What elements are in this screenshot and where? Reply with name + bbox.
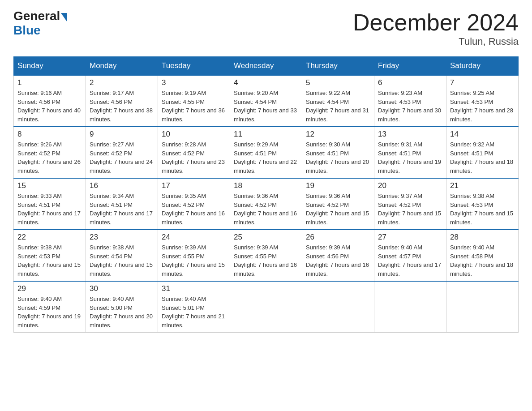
day-info: Sunrise: 9:33 AM Sunset: 4:51 PM Dayligh… (17, 192, 82, 227)
day-number: 12 (306, 130, 370, 139)
calendar-week-row: 29 Sunrise: 9:40 AM Sunset: 4:59 PM Dayl… (14, 281, 519, 333)
table-row: 11 Sunrise: 9:29 AM Sunset: 4:51 PM Dayl… (230, 127, 302, 178)
table-row: 2 Sunrise: 9:17 AM Sunset: 4:56 PM Dayli… (86, 75, 158, 127)
table-row: 16 Sunrise: 9:34 AM Sunset: 4:51 PM Dayl… (86, 178, 158, 230)
day-number: 1 (17, 78, 82, 87)
day-number: 15 (17, 181, 82, 190)
table-row: 23 Sunrise: 9:38 AM Sunset: 4:54 PM Dayl… (86, 230, 158, 281)
day-number: 30 (90, 284, 154, 293)
col-friday: Friday (374, 57, 446, 76)
day-info: Sunrise: 9:37 AM Sunset: 4:52 PM Dayligh… (378, 192, 442, 227)
day-info: Sunrise: 9:25 AM Sunset: 4:53 PM Dayligh… (450, 89, 515, 124)
day-info: Sunrise: 9:38 AM Sunset: 4:54 PM Dayligh… (90, 243, 154, 278)
day-info: Sunrise: 9:40 AM Sunset: 5:01 PM Dayligh… (162, 295, 226, 330)
day-info: Sunrise: 9:40 AM Sunset: 4:59 PM Dayligh… (17, 295, 82, 330)
table-row: 18 Sunrise: 9:36 AM Sunset: 4:52 PM Dayl… (230, 178, 302, 230)
day-info: Sunrise: 9:39 AM Sunset: 4:55 PM Dayligh… (234, 243, 298, 278)
day-number: 11 (234, 130, 298, 139)
day-number: 14 (450, 130, 515, 139)
day-info: Sunrise: 9:17 AM Sunset: 4:56 PM Dayligh… (90, 89, 154, 124)
col-thursday: Thursday (302, 57, 374, 76)
table-row: 15 Sunrise: 9:33 AM Sunset: 4:51 PM Dayl… (14, 178, 86, 230)
day-info: Sunrise: 9:38 AM Sunset: 4:53 PM Dayligh… (450, 192, 515, 227)
day-number: 27 (378, 233, 442, 242)
table-row: 24 Sunrise: 9:39 AM Sunset: 4:55 PM Dayl… (158, 230, 230, 281)
day-number: 24 (162, 233, 226, 242)
day-number: 3 (162, 78, 226, 87)
day-info: Sunrise: 9:36 AM Sunset: 4:52 PM Dayligh… (306, 192, 370, 227)
day-number: 29 (17, 284, 82, 293)
day-number: 25 (234, 233, 298, 242)
day-number: 9 (90, 130, 154, 139)
day-number: 26 (306, 233, 370, 242)
table-row (374, 281, 446, 333)
day-info: Sunrise: 9:19 AM Sunset: 4:55 PM Dayligh… (162, 89, 226, 124)
table-row: 5 Sunrise: 9:22 AM Sunset: 4:54 PM Dayli… (302, 75, 374, 127)
day-info: Sunrise: 9:27 AM Sunset: 4:52 PM Dayligh… (90, 140, 154, 175)
day-number: 7 (450, 78, 515, 87)
day-number: 2 (90, 78, 154, 87)
table-row: 14 Sunrise: 9:32 AM Sunset: 4:51 PM Dayl… (446, 127, 519, 178)
table-row: 27 Sunrise: 9:40 AM Sunset: 4:57 PM Dayl… (374, 230, 446, 281)
day-info: Sunrise: 9:28 AM Sunset: 4:52 PM Dayligh… (162, 140, 226, 175)
table-row: 7 Sunrise: 9:25 AM Sunset: 4:53 PM Dayli… (446, 75, 519, 127)
day-info: Sunrise: 9:20 AM Sunset: 4:54 PM Dayligh… (234, 89, 298, 124)
location-text: Tulun, Russia (353, 36, 519, 47)
calendar-header-row: Sunday Monday Tuesday Wednesday Thursday… (14, 57, 519, 76)
table-row: 25 Sunrise: 9:39 AM Sunset: 4:55 PM Dayl… (230, 230, 302, 281)
day-number: 16 (90, 181, 154, 190)
col-monday: Monday (86, 57, 158, 76)
table-row (302, 281, 374, 333)
calendar-week-row: 15 Sunrise: 9:33 AM Sunset: 4:51 PM Dayl… (14, 178, 519, 230)
month-title: December 2024 (353, 9, 519, 36)
logo-blue-text: Blue (13, 23, 41, 38)
table-row: 31 Sunrise: 9:40 AM Sunset: 5:01 PM Dayl… (158, 281, 230, 333)
page-header: General Blue December 2024 Tulun, Russia (13, 9, 519, 47)
table-row: 19 Sunrise: 9:36 AM Sunset: 4:52 PM Dayl… (302, 178, 374, 230)
table-row (446, 281, 519, 333)
day-number: 13 (378, 130, 442, 139)
day-number: 19 (306, 181, 370, 190)
col-wednesday: Wednesday (230, 57, 302, 76)
title-block: December 2024 Tulun, Russia (353, 9, 519, 47)
day-number: 17 (162, 181, 226, 190)
day-number: 6 (378, 78, 442, 87)
table-row: 10 Sunrise: 9:28 AM Sunset: 4:52 PM Dayl… (158, 127, 230, 178)
table-row: 6 Sunrise: 9:23 AM Sunset: 4:53 PM Dayli… (374, 75, 446, 127)
day-info: Sunrise: 9:22 AM Sunset: 4:54 PM Dayligh… (306, 89, 370, 124)
day-info: Sunrise: 9:38 AM Sunset: 4:53 PM Dayligh… (17, 243, 82, 278)
calendar-week-row: 1 Sunrise: 9:16 AM Sunset: 4:56 PM Dayli… (14, 75, 519, 127)
day-info: Sunrise: 9:36 AM Sunset: 4:52 PM Dayligh… (234, 192, 298, 227)
day-number: 18 (234, 181, 298, 190)
day-number: 28 (450, 233, 515, 242)
table-row: 1 Sunrise: 9:16 AM Sunset: 4:56 PM Dayli… (14, 75, 86, 127)
logo: General Blue (13, 9, 67, 38)
col-saturday: Saturday (446, 57, 519, 76)
day-number: 31 (162, 284, 226, 293)
day-info: Sunrise: 9:31 AM Sunset: 4:51 PM Dayligh… (378, 140, 442, 175)
day-info: Sunrise: 9:40 AM Sunset: 4:58 PM Dayligh… (450, 243, 515, 278)
calendar-table: Sunday Monday Tuesday Wednesday Thursday… (13, 56, 519, 333)
logo-general-text: General (13, 9, 60, 23)
day-info: Sunrise: 9:32 AM Sunset: 4:51 PM Dayligh… (450, 140, 515, 175)
logo-arrow-icon (61, 13, 67, 22)
table-row: 4 Sunrise: 9:20 AM Sunset: 4:54 PM Dayli… (230, 75, 302, 127)
table-row: 26 Sunrise: 9:39 AM Sunset: 4:56 PM Dayl… (302, 230, 374, 281)
day-info: Sunrise: 9:39 AM Sunset: 4:55 PM Dayligh… (162, 243, 226, 278)
day-info: Sunrise: 9:30 AM Sunset: 4:51 PM Dayligh… (306, 140, 370, 175)
day-number: 5 (306, 78, 370, 87)
table-row: 28 Sunrise: 9:40 AM Sunset: 4:58 PM Dayl… (446, 230, 519, 281)
table-row: 9 Sunrise: 9:27 AM Sunset: 4:52 PM Dayli… (86, 127, 158, 178)
day-info: Sunrise: 9:23 AM Sunset: 4:53 PM Dayligh… (378, 89, 442, 124)
table-row: 12 Sunrise: 9:30 AM Sunset: 4:51 PM Dayl… (302, 127, 374, 178)
day-info: Sunrise: 9:26 AM Sunset: 4:52 PM Dayligh… (17, 140, 82, 175)
table-row: 3 Sunrise: 9:19 AM Sunset: 4:55 PM Dayli… (158, 75, 230, 127)
table-row: 29 Sunrise: 9:40 AM Sunset: 4:59 PM Dayl… (14, 281, 86, 333)
day-number: 10 (162, 130, 226, 139)
table-row: 17 Sunrise: 9:35 AM Sunset: 4:52 PM Dayl… (158, 178, 230, 230)
day-info: Sunrise: 9:40 AM Sunset: 4:57 PM Dayligh… (378, 243, 442, 278)
table-row: 30 Sunrise: 9:40 AM Sunset: 5:00 PM Dayl… (86, 281, 158, 333)
day-info: Sunrise: 9:29 AM Sunset: 4:51 PM Dayligh… (234, 140, 298, 175)
table-row: 8 Sunrise: 9:26 AM Sunset: 4:52 PM Dayli… (14, 127, 86, 178)
day-info: Sunrise: 9:16 AM Sunset: 4:56 PM Dayligh… (17, 89, 82, 124)
